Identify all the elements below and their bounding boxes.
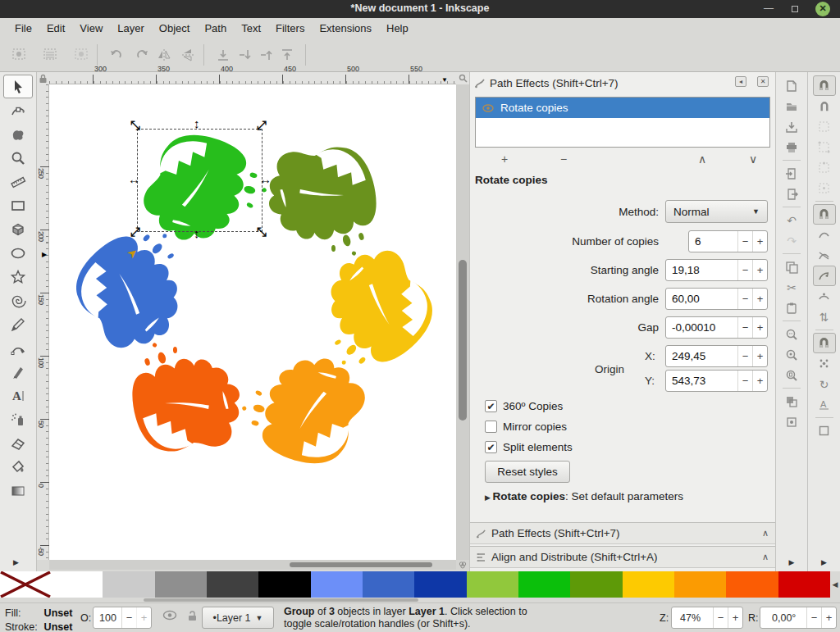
- palette-swatch[interactable]: [674, 571, 726, 598]
- tool-gradient[interactable]: [3, 479, 33, 502]
- tool-spiral[interactable]: [3, 289, 33, 312]
- logo-copy-left[interactable]: [72, 228, 182, 352]
- palette-swatch[interactable]: [778, 571, 830, 598]
- layer-lock-icon[interactable]: [187, 610, 198, 622]
- current-layer-dropdown[interactable]: •Layer 1 ▼: [202, 607, 274, 629]
- toolbox-expander-icon[interactable]: ▶: [13, 558, 19, 566]
- minus-button[interactable]: −: [121, 607, 136, 628]
- menu-item-help[interactable]: Help: [380, 20, 415, 37]
- palette-swatch[interactable]: [311, 571, 363, 598]
- lower-icon[interactable]: [236, 48, 253, 62]
- copy-icon[interactable]: [780, 257, 803, 277]
- snap-bbox-centers-icon[interactable]: [813, 178, 836, 198]
- scale-handle-e[interactable]: ↔: [259, 175, 272, 184]
- reset-styles-button[interactable]: Reset styles: [485, 461, 570, 483]
- tool-node-editor[interactable]: [3, 98, 33, 122]
- tool-selector[interactable]: [3, 75, 33, 98]
- snap-rotation-centers-icon[interactable]: ↻: [813, 374, 836, 394]
- scale-handle-sw[interactable]: ⤢: [130, 227, 140, 237]
- dock-tab-path-effects[interactable]: Path Effects (Shift+Ctrl+7) ∧: [470, 522, 775, 544]
- menu-item-edit[interactable]: Edit: [40, 20, 71, 37]
- zoom-drawing-icon[interactable]: [780, 344, 803, 365]
- snap-nodes-icon[interactable]: [813, 204, 836, 225]
- tool-pencil[interactable]: [3, 312, 33, 336]
- palette-swatch[interactable]: [414, 571, 466, 598]
- tool-star[interactable]: [3, 265, 33, 289]
- snap-path-intersections-icon[interactable]: [813, 245, 836, 266]
- rotation-field[interactable]: 0,00° −+: [760, 607, 837, 629]
- origin-x-field[interactable]: 249,45 −+: [665, 345, 768, 367]
- minus-button[interactable]: −: [737, 346, 752, 366]
- snap-others-icon[interactable]: [813, 333, 836, 353]
- menu-item-text[interactable]: Text: [235, 20, 267, 37]
- ruler-lock-corner[interactable]: [37, 72, 49, 84]
- tool-zoom[interactable]: [3, 146, 33, 170]
- plus-button[interactable]: +: [752, 231, 767, 252]
- checkbox-360-copies[interactable]: ✔ 360º Copies: [485, 400, 563, 412]
- open-document-icon[interactable]: [780, 96, 803, 116]
- plus-button[interactable]: +: [821, 607, 836, 628]
- menu-item-filters[interactable]: Filters: [269, 20, 311, 37]
- menu-item-object[interactable]: Object: [153, 20, 197, 37]
- menu-item-file[interactable]: File: [8, 20, 39, 37]
- set-default-parameters-expander[interactable]: ▶ Rotate copies: Set default parameters: [485, 490, 683, 502]
- snap-bbox-corners-icon[interactable]: [813, 137, 836, 157]
- palette-swatch[interactable]: [467, 571, 518, 598]
- tool-eraser[interactable]: [3, 431, 33, 455]
- snap-paths-icon[interactable]: [813, 225, 836, 245]
- scale-handle-w[interactable]: ↔: [128, 175, 140, 184]
- starting-angle-field[interactable]: 19,18 −+: [665, 259, 768, 281]
- plus-button[interactable]: +: [136, 607, 151, 628]
- tool-calligraphy[interactable]: [3, 360, 33, 384]
- menu-item-path[interactable]: Path: [198, 20, 233, 37]
- flip-vertical-icon[interactable]: [180, 48, 197, 62]
- effect-list[interactable]: Rotate copies: [475, 97, 770, 148]
- import-icon[interactable]: [780, 163, 803, 184]
- plus-button[interactable]: +: [752, 371, 767, 391]
- rotate-cw-icon[interactable]: [134, 48, 150, 62]
- snap-cusp-nodes-icon[interactable]: [813, 266, 836, 286]
- scale-handle-n[interactable]: ↕: [194, 119, 200, 129]
- raise-to-top-icon[interactable]: [279, 48, 295, 62]
- clone-icon[interactable]: [780, 411, 803, 432]
- palette-scroll-arrow-icon[interactable]: ◀: [830, 571, 840, 598]
- plus-button[interactable]: +: [728, 607, 742, 628]
- effect-list-item[interactable]: Rotate copies: [476, 98, 769, 118]
- menu-item-view[interactable]: View: [73, 20, 109, 37]
- horizontal-scrollbar[interactable]: [49, 560, 456, 570]
- maximize-button[interactable]: [788, 2, 802, 16]
- plus-button[interactable]: +: [752, 289, 767, 309]
- export-icon[interactable]: [780, 184, 803, 204]
- add-effect-button[interactable]: +: [501, 152, 508, 166]
- vertical-scrollbar-thumb[interactable]: [459, 260, 467, 421]
- horizontal-scrollbar-thumb[interactable]: [290, 562, 432, 567]
- logo-copy-right[interactable]: [326, 247, 436, 371]
- dock-close-icon[interactable]: ✕: [757, 76, 769, 87]
- lower-to-bottom-icon[interactable]: [215, 48, 231, 62]
- rotate-ccw-icon[interactable]: [108, 48, 125, 62]
- flip-horizontal-icon[interactable]: [157, 48, 173, 62]
- vertical-scrollbar[interactable]: [456, 84, 469, 560]
- snap-text-baseline-icon[interactable]: A: [813, 394, 836, 415]
- collapse-chevron-icon[interactable]: ∧: [762, 528, 769, 539]
- color-management-icon[interactable]: [456, 560, 469, 570]
- snap-line-midpoints-icon[interactable]: ⇅: [813, 307, 836, 327]
- move-effect-down-button[interactable]: ∨: [749, 152, 757, 166]
- logo-copy-bottom-right[interactable]: [228, 335, 390, 493]
- plus-button[interactable]: +: [752, 346, 767, 366]
- deselect-icon[interactable]: [74, 48, 90, 62]
- snap-bbox-edge-midpoints-icon[interactable]: [813, 157, 836, 178]
- snap-object-centers-icon[interactable]: [813, 353, 836, 374]
- palette-swatch[interactable]: [518, 571, 570, 598]
- scale-handle-ne[interactable]: ⤢: [257, 120, 267, 130]
- copies-field[interactable]: 6 −+: [688, 230, 768, 252]
- palette-swatch[interactable]: [570, 571, 622, 598]
- snap-bbox-edges-icon[interactable]: [813, 116, 836, 137]
- logo-copy-bottom-left[interactable]: [102, 325, 264, 483]
- palette-swatch[interactable]: [51, 571, 103, 598]
- plus-button[interactable]: +: [752, 317, 767, 338]
- tool-text[interactable]: A: [3, 384, 33, 407]
- zoom-page-icon[interactable]: [780, 365, 803, 385]
- close-button[interactable]: ✕: [815, 2, 830, 16]
- zoom-selection-icon[interactable]: [780, 324, 803, 344]
